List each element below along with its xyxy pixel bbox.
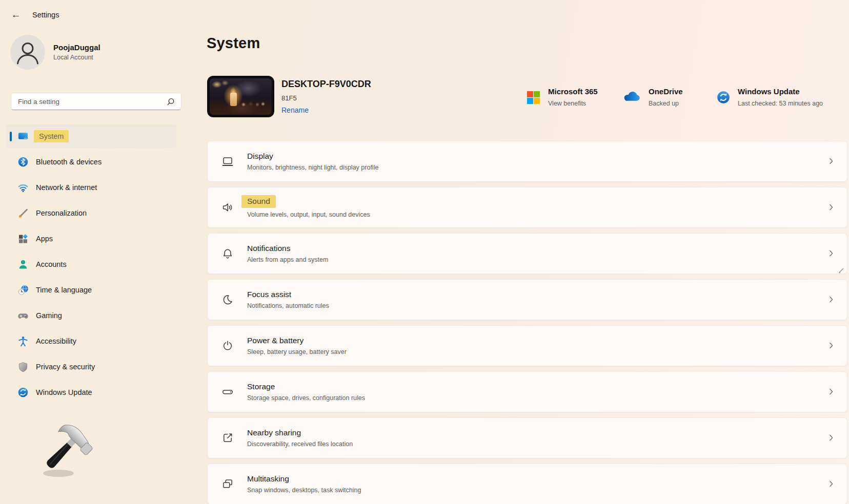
sidebar-nav: System Bluetooth & devices Network & int… xyxy=(6,124,176,406)
microsoft-logo-icon xyxy=(527,91,540,104)
chevron-right-icon xyxy=(827,296,836,304)
storage-drive-icon xyxy=(221,386,234,398)
settings-card-nearby-sharing[interactable]: Nearby sharing Discoverability, received… xyxy=(207,417,847,458)
settings-card-power-battery[interactable]: Power & battery Sleep, battery usage, ba… xyxy=(207,325,847,366)
search-box[interactable] xyxy=(11,93,181,110)
tile-onedrive[interactable]: OneDrive Backed up xyxy=(620,87,683,107)
sidebar-item-gaming[interactable]: Gaming xyxy=(6,304,176,327)
sidebar-item-privacy-security[interactable]: Privacy & security xyxy=(6,355,176,379)
search-highlight: System xyxy=(34,130,69,142)
device-name: DESKTOP-F9V0CDR xyxy=(281,79,371,90)
sidebar-item-label: Privacy & security xyxy=(36,363,95,371)
sidebar-item-bluetooth-devices[interactable]: Bluetooth & devices xyxy=(6,150,176,174)
tile-title: OneDrive xyxy=(649,87,683,96)
profile-account-type: Local Account xyxy=(53,54,93,61)
thumbnail-decor-art xyxy=(239,101,266,108)
chevron-right-icon xyxy=(827,203,836,212)
sidebar-item-label: System xyxy=(36,132,69,140)
sidebar-item-label: Gaming xyxy=(36,311,62,320)
sidebar-item-time-language[interactable]: Time & language xyxy=(6,278,176,302)
card-subtitle: Notifications, automatic rules xyxy=(247,302,329,309)
sidebar-item-system[interactable]: System xyxy=(6,124,176,148)
hammer-cursor-image xyxy=(32,420,94,482)
card-subtitle: Storage space, drives, configuration rul… xyxy=(247,394,365,402)
chevron-right-icon xyxy=(827,342,836,350)
sidebar-item-label: Network & internet xyxy=(36,183,97,192)
speaker-icon xyxy=(221,201,234,214)
card-title: Focus assist xyxy=(247,290,329,299)
sidebar-item-apps[interactable]: Apps xyxy=(6,227,176,250)
tile-windows-update[interactable]: Windows Update Last checked: 53 minutes … xyxy=(717,87,823,107)
apps-icon xyxy=(17,233,29,244)
search-input[interactable] xyxy=(11,93,181,110)
card-title: Display xyxy=(247,152,378,161)
card-subtitle: Snap windows, desktops, task switching xyxy=(247,487,361,494)
settings-card-focus-assist[interactable]: Focus assist Notifications, automatic ru… xyxy=(207,279,847,320)
settings-card-notifications[interactable]: Notifications Alerts from apps and syste… xyxy=(207,233,847,274)
card-subtitle: Discoverability, received files location xyxy=(247,440,353,448)
sidebar-item-label: Apps xyxy=(36,235,53,243)
person-icon xyxy=(10,35,45,70)
time-language-icon xyxy=(17,284,29,296)
windows-update-icon xyxy=(17,387,29,398)
settings-card-display[interactable]: Display Monitors, brightness, night ligh… xyxy=(207,141,847,182)
back-button[interactable]: ← xyxy=(8,7,24,23)
moon-icon xyxy=(221,293,234,306)
chevron-right-icon xyxy=(827,434,836,443)
accounts-person-icon xyxy=(17,259,29,270)
wifi-icon xyxy=(17,182,29,193)
card-title: Power & battery xyxy=(247,336,347,345)
device-model: 81F5 xyxy=(281,94,297,102)
tile-microsoft-365[interactable]: Microsoft 365 View benefits xyxy=(527,87,598,107)
accessibility-person-icon xyxy=(17,335,29,347)
tile-subtitle: View benefits xyxy=(548,100,598,107)
brush-icon xyxy=(17,207,29,219)
chevron-right-icon xyxy=(827,249,836,258)
tile-subtitle: Last checked: 53 minutes ago xyxy=(738,100,823,107)
window-title: Settings xyxy=(32,11,59,19)
sidebar-item-accounts[interactable]: Accounts xyxy=(6,253,176,276)
settings-card-storage[interactable]: Storage Storage space, drives, configura… xyxy=(207,371,847,412)
sidebar-item-accessibility[interactable]: Accessibility xyxy=(6,329,176,353)
settings-card-sound[interactable]: Sound Volume levels, output, input, soun… xyxy=(207,187,847,228)
chevron-right-icon xyxy=(827,388,836,396)
tile-subtitle: Backed up xyxy=(649,100,683,107)
settings-card-list: Display Monitors, brightness, night ligh… xyxy=(207,141,847,504)
multitasking-windows-icon xyxy=(221,478,234,490)
sidebar-item-windows-update[interactable]: Windows Update xyxy=(6,381,176,404)
sidebar-item-label: Accounts xyxy=(36,260,67,268)
search-highlight: Sound xyxy=(241,195,276,208)
card-subtitle: Volume levels, output, input, sound devi… xyxy=(247,211,370,218)
tile-title: Microsoft 365 xyxy=(548,87,598,96)
sidebar-item-label: Accessibility xyxy=(36,337,76,345)
avatar[interactable] xyxy=(10,35,45,70)
sidebar-item-label: Bluetooth & devices xyxy=(36,158,102,166)
sidebar-item-label: Time & language xyxy=(36,286,92,294)
settings-card-multitasking[interactable]: Multitasking Snap windows, desktops, tas… xyxy=(207,464,847,504)
display-icon xyxy=(221,155,234,167)
card-title: Sound xyxy=(247,197,370,208)
rename-link[interactable]: Rename xyxy=(281,106,309,114)
power-icon xyxy=(221,340,234,352)
card-subtitle: Alerts from apps and system xyxy=(247,256,328,263)
chevron-right-icon xyxy=(827,480,836,489)
sidebar-item-label: Personalization xyxy=(36,209,87,217)
sidebar-item-personalization[interactable]: Personalization xyxy=(6,201,176,225)
onedrive-cloud-icon xyxy=(620,91,641,102)
cursor-artifact xyxy=(837,267,844,275)
settings-window: ← Settings PoojaDuggal Local Account Sys… xyxy=(0,0,849,504)
windows-update-icon xyxy=(717,91,730,104)
card-title: Notifications xyxy=(247,244,328,253)
sidebar-item-label: Windows Update xyxy=(36,388,92,396)
back-arrow-icon: ← xyxy=(11,9,21,20)
card-title: Nearby sharing xyxy=(247,428,353,437)
share-icon xyxy=(221,432,234,444)
shield-icon xyxy=(17,361,29,372)
sidebar-item-network-internet[interactable]: Network & internet xyxy=(6,176,176,199)
tile-title: Windows Update xyxy=(738,87,823,96)
page-title: System xyxy=(207,35,260,52)
bluetooth-icon xyxy=(17,156,29,167)
device-wallpaper-thumbnail xyxy=(207,76,274,117)
chevron-right-icon xyxy=(827,157,836,166)
search-icon xyxy=(166,97,176,107)
